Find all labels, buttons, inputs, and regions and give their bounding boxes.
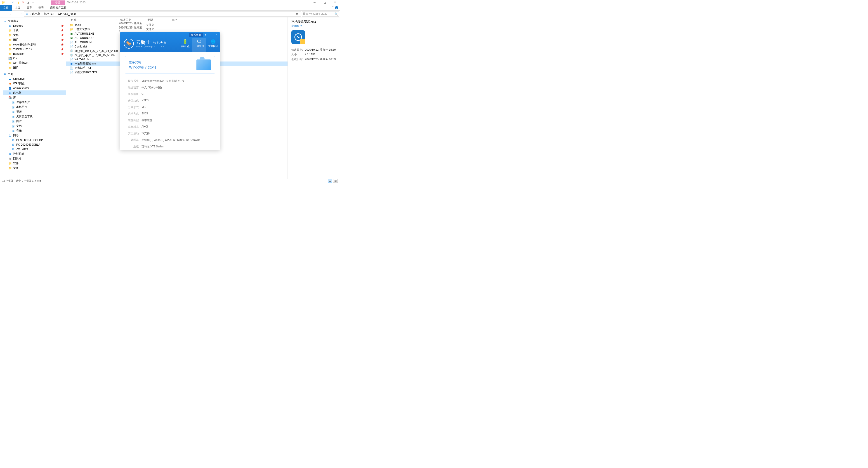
sidebar-item-label: 软件	[13, 161, 19, 165]
minimize-button[interactable]: ─	[309, 0, 320, 5]
sidebar-item-files[interactable]: 📁文件	[3, 166, 66, 170]
network-icon: 🖧	[8, 134, 12, 137]
dialog-tab[interactable]: 🌐 官方网址	[206, 38, 220, 52]
close-button[interactable]: ✕	[330, 0, 340, 5]
status-selection: 选中 1 个项目 27.6 MB	[16, 179, 41, 183]
sidebar-item[interactable]: 📁下载 📌	[3, 28, 66, 33]
nav-forward-button[interactable]: →	[8, 12, 12, 15]
status-bar: 12 个项目 选中 1 个项目 27.6 MB ☰ ▦	[0, 178, 340, 183]
sidebar-item-label: DESKTOP-LSSOEDP	[16, 138, 43, 142]
spec-value: C:	[142, 92, 144, 96]
sidebar-item[interactable]: 🖥PC-20190530OBLA	[3, 143, 66, 147]
sidebar-item[interactable]: 📁文档 📌	[3, 33, 66, 37]
sidebar-item[interactable]: ▣图片	[3, 119, 66, 124]
breadcrumb-seg-drive[interactable]: 文档 (E:)	[43, 12, 54, 16]
dialog-tab[interactable]: 🔋 启动U盘	[178, 38, 192, 52]
sidebar-item[interactable]: ▣音乐	[3, 128, 66, 133]
sidebar-item[interactable]: ▣本机照片	[3, 105, 66, 110]
breadcrumb-separator[interactable]: ›	[55, 13, 57, 15]
sidebar-item[interactable]: 💾G:\	[3, 56, 66, 61]
breadcrumb-separator[interactable]: ›	[41, 13, 43, 15]
contact-support-button[interactable]: 联系客服	[189, 33, 203, 37]
sidebar-item[interactable]: 🖥此电脑	[3, 90, 66, 95]
sidebar-item[interactable]: ☁OneDrive	[3, 76, 66, 81]
sidebar-item[interactable]: 📁图片 📌	[3, 37, 66, 42]
sidebar-item[interactable]: 📁excel表格制作求和 📌	[3, 42, 66, 47]
sidebar-item[interactable]: ▣视频	[3, 110, 66, 114]
sidebar-item[interactable]: 🖥DESKTOP-LSSOEDP	[3, 138, 66, 143]
folder-icon: 📁	[8, 166, 12, 170]
breadcrumb[interactable]: 🖥 › 此电脑 › 文档 (E:) › Win7x64_2020 ˅ ⟳	[24, 11, 301, 17]
nav-back-button[interactable]: ←	[3, 12, 6, 15]
sidebar-item[interactable]: 📚库	[3, 95, 66, 100]
breadcrumb-separator[interactable]: ›	[29, 13, 32, 15]
breadcrumb-seg-pc[interactable]: 此电脑	[32, 12, 40, 16]
dialog-close-button[interactable]: ✕	[214, 33, 219, 36]
sidebar-item[interactable]: 🖥ZMT2019	[3, 147, 66, 152]
view-details-button[interactable]: ☰	[328, 179, 332, 183]
properties-icon[interactable]: ◑	[26, 1, 30, 4]
ribbon-context-tab-manage[interactable]: 管理	[51, 0, 65, 5]
sidebar-item[interactable]: 📁YUNQISHI2019 📌	[3, 47, 66, 52]
delete-icon[interactable]: ✕	[21, 1, 25, 4]
ribbon-file-tab[interactable]: 文件	[0, 5, 12, 11]
view-large-icons-button[interactable]: ▦	[333, 179, 338, 183]
details-file-icon	[291, 30, 305, 44]
ribbon-tab-share[interactable]: 共享	[24, 5, 35, 11]
details-row-label: 创建日期:	[291, 57, 305, 61]
sidebar-item[interactable]: ▣文档	[3, 124, 66, 128]
ribbon-tab-view[interactable]: 查看	[35, 5, 47, 11]
nav-history-dropdown[interactable]: ˅	[13, 12, 17, 15]
qat-separator: |	[6, 1, 10, 4]
sidebar-item[interactable]: 📁win7重装win7	[3, 61, 66, 65]
maximize-button[interactable]: ◻	[320, 0, 330, 5]
refresh-button[interactable]: ⟳	[295, 12, 300, 15]
sidebar-item-label: PC-20190530OBLA	[16, 143, 40, 146]
sidebar-item[interactable]: ▣保存的图片	[3, 100, 66, 105]
file-row[interactable]: 📁Tools 2020/12/25, 星期五 1... 文件夹	[66, 23, 287, 27]
file-type-icon: ▣	[70, 32, 73, 35]
folder-icon: 📁	[8, 66, 12, 70]
spec-value: 中文 (简体, 中国)	[142, 86, 162, 90]
column-header-size[interactable]: 大小	[170, 18, 188, 22]
dialog-menu-button[interactable]: ≡	[203, 33, 208, 36]
folder-icon[interactable]: 📁	[1, 1, 5, 4]
breadcrumb-seg-folder[interactable]: Win7x64_2020	[58, 12, 76, 15]
details-row: 创建日期: 2020/12/25, 星期五 16:33	[291, 57, 336, 61]
sidebar-item-network[interactable]: 🖧网络	[3, 133, 66, 138]
sidebar-item[interactable]: 📁Bandicam 📌	[3, 52, 66, 56]
sidebar-quick-access[interactable]: ★ 快速访问	[3, 19, 66, 24]
help-icon[interactable]: ?	[335, 6, 338, 9]
dialog-tab[interactable]: 🖵 一键装机	[192, 38, 206, 52]
sidebar-item[interactable]: 👤Administrator	[3, 86, 66, 90]
spec-value: MBR	[142, 105, 148, 109]
sidebar-item[interactable]: 🖥Desktop 📌	[3, 24, 66, 28]
sidebar-desktop[interactable]: 🖥 桌面	[3, 72, 66, 76]
nav-up-button[interactable]: ↑	[20, 12, 22, 15]
sidebar-item[interactable]: ◆WPS网盘	[3, 81, 66, 86]
file-name: AUTORUN.INF	[74, 41, 93, 44]
sidebar-item-recycle[interactable]: 🗑回收站	[3, 156, 66, 161]
sidebar-quick-access-label: 快速访问	[8, 19, 19, 23]
dialog-minimize-button[interactable]: ─	[208, 33, 214, 36]
file-date: 2020/12/25, 星期五 1...	[119, 26, 146, 33]
sidebar-item-control-panel[interactable]: ⚙控制面板	[3, 152, 66, 156]
checkmark-icon[interactable]: ✓	[11, 1, 15, 4]
search-icon[interactable]: 🔍	[335, 12, 338, 15]
sidebar-item[interactable]: 📁图片	[3, 65, 66, 70]
ribbon-tab-home[interactable]: 主页	[12, 5, 24, 11]
sidebar-item-software[interactable]: 📁软件	[3, 161, 66, 166]
column-header-type[interactable]: 类型	[146, 18, 170, 22]
file-row[interactable]: 📁U盘安装教程 2020/12/25, 星期五 1... 文件夹	[66, 27, 287, 31]
ribbon-expand-icon[interactable]: ˅	[332, 6, 334, 9]
dialog-body: 准备安装: Windows 7 (x64) 操作系统 Microsoft Win…	[120, 52, 220, 150]
folder2-icon[interactable]: ▮	[16, 1, 20, 4]
sidebar-item[interactable]: ▣天翼云盘下载	[3, 114, 66, 119]
ribbon-tab-apptools[interactable]: 应用程序工具	[47, 5, 70, 11]
qat-dropdown-icon[interactable]: ▾	[31, 1, 35, 4]
column-header-name[interactable]: 名称˅	[70, 18, 119, 22]
library-icon: ▣	[11, 110, 15, 114]
search-input[interactable]: 搜索"Win7x64_2020" 🔍	[302, 11, 339, 17]
file-name: 本地硬盘安装.exe	[74, 62, 96, 66]
breadcrumb-dropdown-icon[interactable]: ˅	[291, 12, 294, 15]
